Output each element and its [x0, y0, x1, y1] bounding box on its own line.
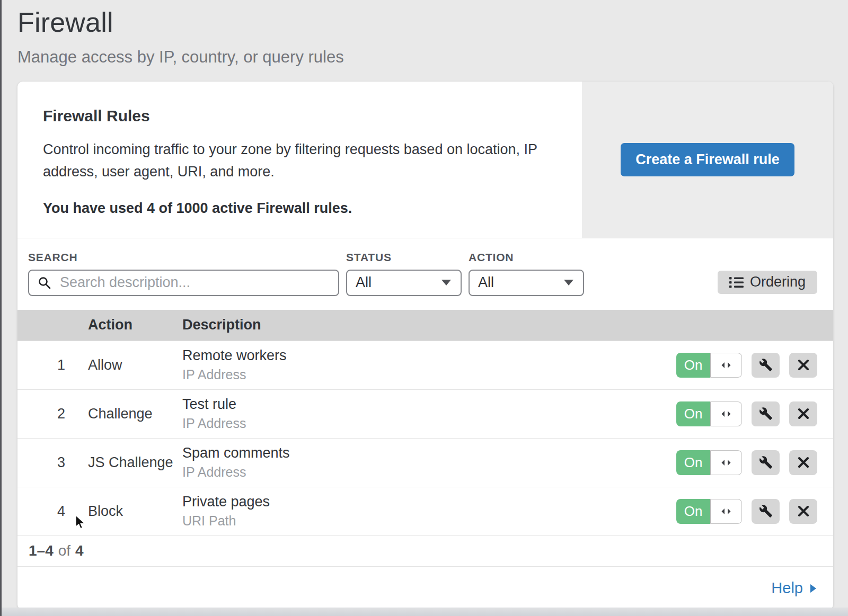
edit-rule-button[interactable]: [752, 450, 780, 475]
wrench-icon: [759, 456, 773, 469]
mouse-cursor: [75, 515, 90, 531]
wrench-icon: [759, 358, 773, 372]
table-row: 4 Block Private pages URI Path On: [17, 487, 833, 535]
column-header-description: Description: [182, 317, 817, 333]
pagination-total: 4: [75, 542, 84, 559]
wrench-icon: [759, 504, 773, 518]
panel-footer: Help: [17, 566, 833, 610]
wrench-icon: [759, 407, 773, 421]
pagination: 1–4 of 4: [17, 535, 833, 566]
x-icon: [798, 457, 809, 468]
delete-rule-button[interactable]: [789, 450, 817, 475]
delete-rule-button[interactable]: [789, 499, 817, 524]
left-right-arrows-icon: [720, 459, 732, 466]
screen-edge: [0, 0, 2, 616]
rule-description: Spam comments: [182, 445, 676, 461]
status-select[interactable]: All: [346, 270, 462, 296]
intro-section: Firewall Rules Control incoming traffic …: [17, 82, 833, 238]
section-heading: Firewall Rules: [43, 107, 555, 125]
chevron-down-icon: [564, 280, 573, 285]
table-row: 2 Challenge Test rule IP Address On: [17, 389, 833, 438]
firewall-rules-panel: Firewall Rules Control incoming traffic …: [17, 82, 833, 610]
x-icon: [798, 408, 809, 419]
toggle-on-label: On: [676, 401, 710, 426]
column-header-action: Action: [65, 317, 182, 333]
edit-rule-button[interactable]: [752, 401, 780, 426]
table-header: Action Description: [17, 310, 833, 341]
toggle-drag-handle[interactable]: [710, 499, 742, 524]
section-description: Control incoming traffic to your zone by…: [43, 139, 546, 183]
search-icon: [38, 276, 51, 290]
page-title: Firewall: [17, 6, 833, 38]
status-field: STATUS All: [346, 251, 462, 296]
delete-rule-button[interactable]: [789, 353, 817, 378]
ordering-button[interactable]: Ordering: [718, 271, 817, 294]
toggle-on-label: On: [676, 353, 710, 378]
status-selected-value: All: [356, 274, 372, 291]
table-row: 1 Allow Remote workers IP Address On: [17, 341, 833, 389]
rule-match-type: IP Address: [182, 416, 676, 431]
rule-enabled-toggle[interactable]: On: [676, 353, 742, 378]
filter-bar: SEARCH STATUS All ACTION: [17, 238, 833, 310]
action-select[interactable]: All: [469, 270, 584, 296]
toggle-drag-handle[interactable]: [710, 353, 742, 378]
edit-rule-button[interactable]: [752, 353, 780, 378]
rule-action: JS Challenge: [65, 454, 182, 471]
rule-number: 2: [17, 406, 65, 422]
rule-description: Remote workers: [182, 347, 676, 364]
rule-number: 1: [17, 357, 65, 373]
rule-enabled-toggle[interactable]: On: [676, 499, 742, 524]
right-arrow-icon: [810, 584, 816, 593]
search-label: SEARCH: [28, 251, 339, 264]
status-label: STATUS: [346, 251, 462, 264]
rule-number: 3: [17, 454, 65, 471]
rule-action: Allow: [65, 357, 182, 373]
x-icon: [798, 505, 809, 517]
cta-panel: Create a Firewall rule: [582, 82, 833, 238]
toggle-on-label: On: [676, 499, 710, 524]
delete-rule-button[interactable]: [789, 401, 817, 426]
create-firewall-rule-button[interactable]: Create a Firewall rule: [621, 143, 794, 176]
screen-edge-bottom: [0, 608, 848, 616]
rule-match-type: IP Address: [182, 465, 676, 480]
page-header: Firewall Manage access by IP, country, o…: [17, 4, 833, 82]
rule-match-type: URI Path: [182, 513, 676, 529]
edit-rule-button[interactable]: [752, 499, 780, 524]
rule-action: Challenge: [65, 406, 182, 422]
action-selected-value: All: [478, 274, 494, 291]
action-label: ACTION: [469, 251, 584, 264]
rule-number: 4: [17, 503, 65, 520]
rule-description: Private pages: [182, 494, 676, 510]
x-icon: [798, 359, 809, 371]
rule-enabled-toggle[interactable]: On: [676, 401, 742, 426]
left-right-arrows-icon: [720, 362, 732, 369]
search-field: SEARCH: [28, 251, 339, 296]
pagination-range: 1–4: [29, 542, 54, 559]
pagination-of: of: [58, 542, 70, 559]
toggle-drag-handle[interactable]: [710, 401, 742, 426]
page-subtitle: Manage access by IP, country, or query r…: [17, 48, 833, 67]
action-field: ACTION All: [469, 251, 584, 296]
table-row: 3 JS Challenge Spam comments IP Address …: [17, 438, 833, 487]
firewall-page: Firewall Manage access by IP, country, o…: [0, 0, 848, 610]
intro-text: Firewall Rules Control incoming traffic …: [17, 82, 582, 238]
left-right-arrows-icon: [720, 508, 732, 515]
ordering-button-label: Ordering: [750, 274, 806, 290]
toggle-drag-handle[interactable]: [710, 450, 742, 475]
search-input[interactable]: [28, 270, 339, 296]
left-right-arrows-icon: [720, 410, 732, 417]
rule-match-type: IP Address: [182, 367, 676, 382]
rule-description: Test rule: [182, 396, 676, 413]
chevron-down-icon: [441, 280, 451, 285]
ordered-list-icon: [729, 276, 744, 288]
rule-enabled-toggle[interactable]: On: [676, 450, 742, 475]
toggle-on-label: On: [676, 450, 710, 475]
usage-note: You have used 4 of 1000 active Firewall …: [43, 200, 555, 217]
help-link[interactable]: Help: [771, 579, 816, 597]
help-label: Help: [771, 579, 803, 597]
